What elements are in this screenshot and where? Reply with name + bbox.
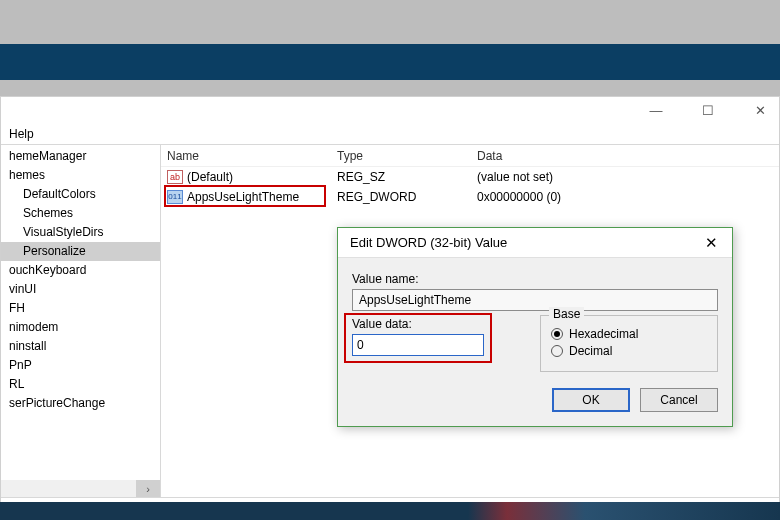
value-data-label: Value data: — [352, 317, 512, 331]
radio-label: Hexadecimal — [569, 327, 638, 341]
value-type: REG_SZ — [331, 170, 471, 184]
radio-hexadecimal[interactable]: Hexadecimal — [551, 327, 707, 341]
value-data-field[interactable] — [352, 334, 484, 356]
value-name-label: Value name: — [352, 272, 718, 286]
value-name: AppsUseLightTheme — [187, 190, 299, 204]
value-name: (Default) — [187, 170, 233, 184]
string-value-icon: ab — [167, 170, 183, 184]
value-name-field[interactable] — [352, 289, 718, 311]
minimize-button[interactable]: — — [641, 100, 671, 120]
maximize-button[interactable]: ☐ — [693, 100, 723, 120]
list-header: Name Type Data — [161, 145, 779, 167]
tree-item[interactable]: Schemes — [1, 204, 160, 223]
menu-bar: Help — [1, 123, 779, 145]
dialog-close-button[interactable]: ✕ — [699, 234, 724, 252]
close-button[interactable]: ✕ — [745, 100, 775, 120]
radio-icon — [551, 328, 563, 340]
tree-item[interactable]: hemeManager — [1, 147, 160, 166]
radio-icon — [551, 345, 563, 357]
ok-button[interactable]: OK — [552, 388, 630, 412]
tree-item[interactable]: PnP — [1, 356, 160, 375]
base-legend: Base — [549, 307, 584, 321]
tree-horizontal-scrollbar[interactable]: › — [1, 480, 160, 497]
tree-item[interactable]: vinUI — [1, 280, 160, 299]
edit-dword-dialog: Edit DWORD (32-bit) Value ✕ Value name: … — [337, 227, 733, 427]
column-type[interactable]: Type — [331, 149, 471, 163]
tree-item[interactable]: serPictureChange — [1, 394, 160, 413]
value-data: (value not set) — [471, 170, 779, 184]
radio-decimal[interactable]: Decimal — [551, 344, 707, 358]
tree-pane[interactable]: hemeManager hemes DefaultColors Schemes … — [1, 145, 161, 497]
list-row[interactable]: ab (Default) REG_SZ (value not set) — [161, 167, 779, 187]
list-row[interactable]: 011 AppsUseLightTheme REG_DWORD 0x000000… — [161, 187, 779, 207]
tree-item[interactable]: FH — [1, 299, 160, 318]
dialog-title: Edit DWORD (32-bit) Value — [350, 235, 507, 250]
value-type: REG_DWORD — [331, 190, 471, 204]
column-data[interactable]: Data — [471, 149, 779, 163]
column-name[interactable]: Name — [161, 149, 331, 163]
dialog-titlebar: Edit DWORD (32-bit) Value ✕ — [338, 228, 732, 258]
scroll-right-icon[interactable]: › — [136, 480, 160, 497]
tree-item-selected[interactable]: Personalize — [1, 242, 160, 261]
radio-label: Decimal — [569, 344, 612, 358]
tree-item[interactable]: ouchKeyboard — [1, 261, 160, 280]
tree-item[interactable]: hemes — [1, 166, 160, 185]
desktop-background-strip — [0, 502, 780, 520]
tree-item[interactable]: DefaultColors — [1, 185, 160, 204]
dword-value-icon: 011 — [167, 190, 183, 204]
tree-item[interactable]: VisualStyleDirs — [1, 223, 160, 242]
desktop-accent-strip — [0, 44, 780, 80]
cancel-button[interactable]: Cancel — [640, 388, 718, 412]
base-groupbox: Base Hexadecimal Decimal — [540, 315, 718, 372]
tree-item[interactable]: nimodem — [1, 318, 160, 337]
window-titlebar: — ☐ ✕ — [1, 97, 779, 123]
tree-item[interactable]: ninstall — [1, 337, 160, 356]
value-data: 0x00000000 (0) — [471, 190, 779, 204]
tree-item[interactable]: RL — [1, 375, 160, 394]
menu-help[interactable]: Help — [9, 127, 34, 141]
